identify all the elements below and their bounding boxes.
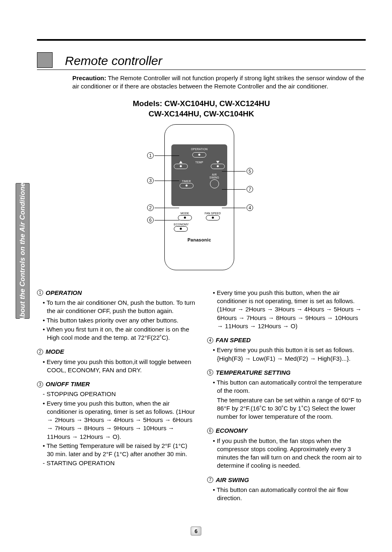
callout-4: 4 — [247, 204, 253, 211]
lbl-economy: ECONOMY — [174, 223, 227, 226]
sec-operation: 1 OPERATION To turn the air conditioner … — [37, 289, 196, 342]
s5-t1: The temperature can be set within a rang… — [207, 396, 366, 421]
callout-2: 2 — [147, 204, 154, 211]
title-fanspeed: FAN SPEED — [216, 336, 251, 344]
num-5: 5 — [207, 369, 213, 376]
s3-b3: Every time you push this button, when th… — [207, 289, 366, 330]
lead-3 — [154, 181, 179, 181]
lbl-airswing-2: SWING — [210, 176, 219, 179]
s7-b1: This button can automatically control th… — [207, 486, 366, 503]
brand-logo: Panasonic — [165, 237, 234, 242]
precaution: Precaution: The Remote Controller will n… — [72, 74, 366, 91]
remote-diagram: OPERATION TEMP — [140, 124, 263, 281]
precaution-text: The Remote Controller will not function … — [72, 74, 364, 90]
s1-b3: When you first turn it on, the air condi… — [37, 325, 196, 342]
air-swing-button[interactable] — [210, 179, 219, 188]
lbl-airswing-1: AIR — [210, 173, 219, 176]
remote-panel: OPERATION TEMP — [171, 144, 227, 206]
callout-5: 5 — [247, 168, 253, 174]
sec-fanspeed: 4 FAN SPEED Every time you push this but… — [207, 336, 366, 363]
columns: 1 OPERATION To turn the air conditioner … — [37, 289, 366, 508]
sec-mode: 2 MODE Every time you push this botton,i… — [37, 348, 196, 374]
sec-economy: 6 ECONOMY If you push the button, the fa… — [207, 427, 366, 470]
economy-button[interactable] — [174, 226, 188, 232]
fan-speed-button[interactable] — [206, 215, 220, 220]
lead-5 — [222, 171, 246, 172]
num-6: 6 — [207, 428, 213, 434]
title-airswing: AIR SWING — [216, 476, 249, 484]
s3-b2: The Setting Temperature will be raised b… — [37, 442, 196, 459]
side-tab: About the Controls on the Air Conditione… — [16, 183, 30, 319]
col-left: 1 OPERATION To turn the air conditioner … — [37, 289, 196, 508]
lead-7 — [222, 189, 246, 190]
s1-b2: This button takes priority over any othe… — [37, 316, 196, 325]
temp-down-icon — [216, 161, 219, 163]
temp-up-button[interactable] — [174, 164, 188, 169]
lead-1 — [154, 155, 179, 156]
s1-b1: To turn the air conditioner ON, push the… — [37, 299, 196, 315]
s5-b1: This button can automatically control th… — [207, 378, 366, 395]
sec-temp: 5 TEMPERATURE SETTING This button can au… — [207, 369, 366, 421]
title-operation: OPERATION — [46, 289, 82, 297]
rule-under-title — [37, 70, 366, 70]
models-line2: CW-XC144HU, CW-XC104HK — [37, 109, 366, 119]
title-economy: ECONOMY — [216, 427, 248, 435]
sec-timer: 3 ON/OFF TIMER - STOPPING OPERATION Ever… — [37, 380, 196, 468]
s2-b1: Every time you push this botton,it will … — [37, 358, 196, 375]
lbl-fanspeed: FAN SPEED — [205, 212, 221, 215]
operation-button[interactable] — [192, 152, 206, 158]
num-4: 4 — [207, 337, 213, 343]
title-temp: TEMPERATURE SETTING — [216, 369, 291, 377]
num-7: 7 — [207, 477, 213, 483]
remote-body: OPERATION TEMP — [164, 124, 234, 270]
timer-button[interactable] — [180, 183, 194, 188]
rule-top — [37, 39, 366, 41]
num-3: 3 — [37, 381, 43, 387]
s6-b1: If you push the button, the fan stops wh… — [207, 437, 366, 470]
s4-b1: Every time you push this button it is se… — [207, 346, 366, 363]
col-right: Every time you push this button, when th… — [207, 289, 366, 508]
title-row: Remote controller — [37, 52, 366, 68]
title-block-icon — [37, 52, 53, 68]
lead-4 — [222, 208, 246, 208]
callout-1: 1 — [147, 152, 154, 159]
precaution-label: Precaution: — [72, 74, 106, 81]
title-timer: ON/OFF TIMER — [46, 380, 90, 388]
callout-3: 3 — [147, 177, 154, 184]
mode-button[interactable] — [178, 215, 192, 220]
s3-sub1: - STOPPING OPERATION — [37, 390, 196, 398]
title-mode: MODE — [46, 348, 64, 356]
side-tab-label: About the Controls on the Air Conditione… — [18, 180, 27, 322]
num-1: 1 — [37, 290, 43, 296]
lbl-mode: MODE — [178, 212, 192, 215]
num-2: 2 — [37, 349, 43, 355]
sec-airswing: 7 AIR SWING This button can automaticall… — [207, 476, 366, 503]
lbl-temp: TEMP — [190, 161, 208, 164]
s3-sub2: - STARTING OPERATION — [37, 459, 196, 467]
sec-timer-cont: Every time you push this button, when th… — [207, 289, 366, 330]
callout-6: 6 — [147, 217, 154, 223]
lbl-timer: TIMER — [180, 180, 194, 183]
page-content: Remote controller Precaution: The Remote… — [37, 39, 366, 508]
models-line1: Models: CW-XC104HU, CW-XC124HU — [37, 98, 366, 109]
remote-lower: MODE FAN SPEED ECONOMY — [171, 212, 227, 232]
callout-7: 7 — [247, 186, 253, 193]
s3-b1: Every time you push this button, when th… — [37, 399, 196, 441]
lbl-operation: OPERATION — [171, 148, 227, 151]
lead-6 — [154, 220, 179, 220]
temp-down-button[interactable] — [211, 164, 225, 169]
page-title: Remote controller — [65, 54, 162, 68]
lead-2 — [154, 208, 179, 208]
models-heading: Models: CW-XC104HU, CW-XC124HU CW-XC144H… — [37, 98, 366, 119]
temp-up-icon — [179, 161, 182, 163]
page-number: 6 — [191, 526, 201, 536]
